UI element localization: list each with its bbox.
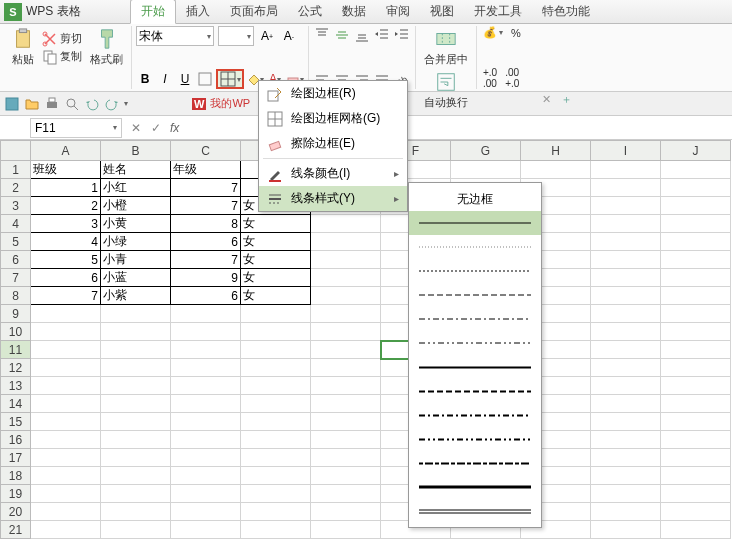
row-header-6[interactable]: 6 (1, 251, 31, 269)
cell-I6[interactable] (591, 251, 661, 269)
cell-J14[interactable] (661, 395, 731, 413)
save-icon[interactable] (4, 96, 20, 112)
cell-B14[interactable] (101, 395, 171, 413)
line-style-medium-dash-dot-dot[interactable] (409, 427, 541, 451)
accept-formula-button[interactable]: ✓ (146, 118, 166, 138)
cell-D11[interactable] (241, 341, 311, 359)
cell-C19[interactable] (171, 485, 241, 503)
cell-E14[interactable] (311, 395, 381, 413)
cell-A8[interactable]: 7 (31, 287, 101, 305)
cell-D18[interactable] (241, 467, 311, 485)
cell-E10[interactable] (311, 323, 381, 341)
cell-J16[interactable] (661, 431, 731, 449)
row-header-1[interactable]: 1 (1, 161, 31, 179)
cell-B16[interactable] (101, 431, 171, 449)
select-all-corner[interactable] (1, 141, 31, 161)
cell-I16[interactable] (591, 431, 661, 449)
cell-I13[interactable] (591, 377, 661, 395)
align-middle-button[interactable] (333, 26, 351, 44)
cell-I12[interactable] (591, 359, 661, 377)
cell-J17[interactable] (661, 449, 731, 467)
cell-I20[interactable] (591, 503, 661, 521)
cell-A7[interactable]: 6 (31, 269, 101, 287)
cell-D5[interactable]: 女 (241, 233, 311, 251)
qat-customize[interactable]: ▾ (124, 99, 128, 108)
cell-I17[interactable] (591, 449, 661, 467)
close-sheet-button[interactable]: ✕ (542, 93, 551, 106)
cell-B13[interactable] (101, 377, 171, 395)
cell-A19[interactable] (31, 485, 101, 503)
line-style-dash-dot-dot[interactable] (409, 331, 541, 355)
cell-D16[interactable] (241, 431, 311, 449)
cell-B7[interactable]: 小蓝 (101, 269, 171, 287)
cell-B3[interactable]: 小橙 (101, 197, 171, 215)
cell-E7[interactable] (311, 269, 381, 287)
cell-I15[interactable] (591, 413, 661, 431)
cell-J12[interactable] (661, 359, 731, 377)
cell-D9[interactable] (241, 305, 311, 323)
cell-A20[interactable] (31, 503, 101, 521)
cell-E19[interactable] (311, 485, 381, 503)
cell-J3[interactable] (661, 197, 731, 215)
row-header-21[interactable]: 21 (1, 521, 31, 539)
cell-I19[interactable] (591, 485, 661, 503)
cell-H1[interactable] (521, 161, 591, 179)
cell-E12[interactable] (311, 359, 381, 377)
paste-button[interactable]: 粘贴 (8, 26, 38, 69)
line-color-item[interactable]: 线条颜色(I) ▸ (259, 161, 407, 186)
tab-insert[interactable]: 插入 (176, 0, 220, 23)
cell-A14[interactable] (31, 395, 101, 413)
cell-J19[interactable] (661, 485, 731, 503)
cell-B1[interactable]: 姓名 (101, 161, 171, 179)
cell-E21[interactable] (311, 521, 381, 539)
col-header-G[interactable]: G (451, 141, 521, 161)
cell-A21[interactable] (31, 521, 101, 539)
cell-E18[interactable] (311, 467, 381, 485)
line-style-hair[interactable] (409, 235, 541, 259)
increase-decimal-button[interactable]: +.0.00 (481, 67, 499, 89)
cell-C9[interactable] (171, 305, 241, 323)
decrease-font-button[interactable]: A- (280, 27, 298, 45)
cell-G1[interactable] (451, 161, 521, 179)
wps-doc-link[interactable]: W 我的WP (192, 96, 250, 111)
cell-C15[interactable] (171, 413, 241, 431)
cell-B19[interactable] (101, 485, 171, 503)
col-header-C[interactable]: C (171, 141, 241, 161)
cell-A6[interactable]: 5 (31, 251, 101, 269)
more-font-button[interactable] (196, 70, 214, 88)
cancel-formula-button[interactable]: ✕ (126, 118, 146, 138)
line-style-medium-dash-dot[interactable] (409, 403, 541, 427)
cell-C11[interactable] (171, 341, 241, 359)
line-style-item[interactable]: 线条样式(Y) ▸ (259, 186, 407, 211)
cell-B9[interactable] (101, 305, 171, 323)
draw-border-grid-item[interactable]: 绘图边框网格(G) (259, 106, 407, 131)
tab-features[interactable]: 特色功能 (532, 0, 600, 23)
tab-formula[interactable]: 公式 (288, 0, 332, 23)
increase-font-button[interactable]: A+ (258, 27, 276, 45)
draw-border-item[interactable]: 绘图边框(R) (259, 81, 407, 106)
row-header-13[interactable]: 13 (1, 377, 31, 395)
cell-E15[interactable] (311, 413, 381, 431)
cell-I8[interactable] (591, 287, 661, 305)
cell-E20[interactable] (311, 503, 381, 521)
print-icon[interactable] (44, 96, 60, 112)
cell-B5[interactable]: 小绿 (101, 233, 171, 251)
cell-I2[interactable] (591, 179, 661, 197)
cell-C20[interactable] (171, 503, 241, 521)
copy-button[interactable]: 复制 (40, 49, 84, 65)
tab-view[interactable]: 视图 (420, 0, 464, 23)
cell-D15[interactable] (241, 413, 311, 431)
decrease-decimal-button[interactable]: .00+.0 (503, 67, 521, 89)
row-header-20[interactable]: 20 (1, 503, 31, 521)
row-header-8[interactable]: 8 (1, 287, 31, 305)
cell-J5[interactable] (661, 233, 731, 251)
cell-C6[interactable]: 7 (171, 251, 241, 269)
line-style-dash-dot[interactable] (409, 307, 541, 331)
cell-A15[interactable] (31, 413, 101, 431)
format-painter-button[interactable]: 格式刷 (86, 26, 127, 69)
print-preview-icon[interactable] (64, 96, 80, 112)
cell-I14[interactable] (591, 395, 661, 413)
cell-B10[interactable] (101, 323, 171, 341)
cell-J18[interactable] (661, 467, 731, 485)
cell-J20[interactable] (661, 503, 731, 521)
